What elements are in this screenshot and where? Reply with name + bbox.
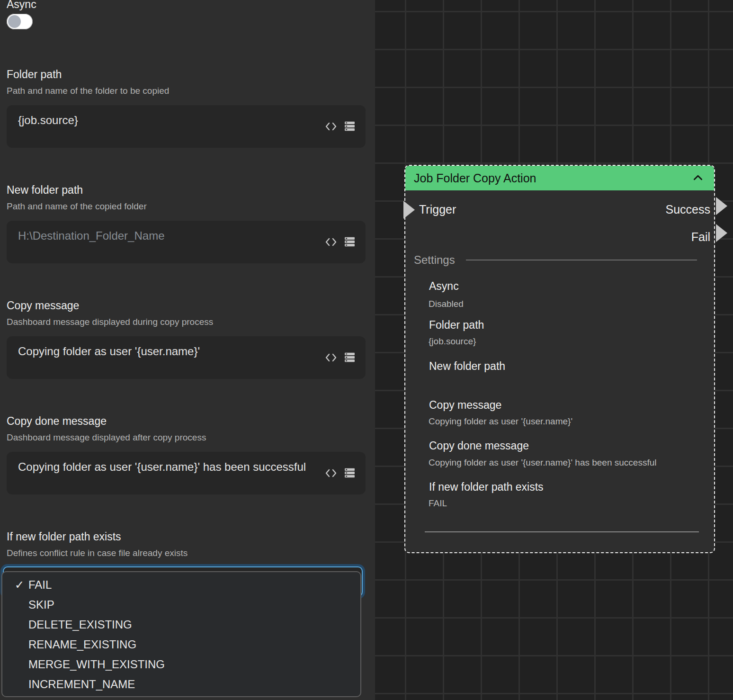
node-setting-folder-path-label: Folder path bbox=[429, 319, 484, 332]
copy-done-message-description: Dashboard message displayed after copy p… bbox=[7, 432, 206, 443]
dropdown-option-merge-with-existing[interactable]: MERGE_WITH_EXISTING bbox=[2, 655, 360, 674]
folder-path-description: Path and name of the folder to be copied bbox=[7, 86, 169, 96]
new-folder-path-label: New folder path bbox=[7, 184, 83, 197]
folder-path-value: {job.source} bbox=[18, 112, 313, 128]
fail-port-arrow-icon[interactable] bbox=[716, 224, 727, 242]
dropdown-option-skip[interactable]: SKIP bbox=[2, 595, 360, 615]
node-title: Job Folder Copy Action bbox=[414, 171, 693, 185]
copy-message-value: Copying folder as user '{user.name}' bbox=[18, 343, 313, 359]
toggle-knob bbox=[8, 15, 21, 28]
copy-message-input[interactable]: Copying folder as user '{user.name}' bbox=[7, 336, 366, 379]
folder-path-input[interactable]: {job.source} bbox=[7, 105, 366, 148]
node-setting-folder-path-value: {job.source} bbox=[429, 336, 694, 347]
node-header[interactable]: Job Folder Copy Action bbox=[405, 166, 714, 190]
new-folder-path-placeholder: H:\Destination_Folder_Name bbox=[18, 228, 313, 243]
conflict-dropdown: ✓ FAIL SKIP DELETE_EXISTING RENAME_EXIST… bbox=[1, 571, 361, 697]
conflict-rule-label: If new folder path exists bbox=[7, 530, 121, 543]
node-setting-copy-done-message-label: Copy done message bbox=[429, 440, 529, 452]
dropdown-option-delete-existing[interactable]: DELETE_EXISTING bbox=[2, 615, 360, 635]
list-rows-icon[interactable] bbox=[344, 236, 355, 247]
trigger-port-arrow-icon[interactable] bbox=[403, 201, 415, 219]
folder-path-label: Folder path bbox=[7, 68, 62, 81]
dropdown-option-increment-name[interactable]: INCREMENT_NAME bbox=[2, 674, 360, 694]
async-toggle[interactable] bbox=[7, 14, 33, 29]
new-folder-path-description: Path and name of the copied folder bbox=[7, 201, 147, 212]
dropdown-option-fail[interactable]: ✓ FAIL bbox=[2, 575, 360, 595]
copy-done-message-input[interactable]: Copying folder as user '{user.name}' has… bbox=[7, 452, 366, 494]
settings-panel: Async Folder path Path and name of the f… bbox=[0, 0, 375, 700]
success-port-arrow-icon[interactable] bbox=[716, 197, 727, 215]
async-label: Async bbox=[7, 0, 36, 11]
fail-port-label: Fail bbox=[691, 230, 710, 244]
node-setting-copy-message-value: Copying folder as user '{user.name}' bbox=[429, 416, 694, 427]
node-setting-conflict-label: If new folder path exists bbox=[429, 481, 544, 494]
conflict-rule-description: Defines conflict rule in case file alrea… bbox=[7, 548, 188, 558]
workflow-canvas[interactable]: Job Folder Copy Action Trigger Success F… bbox=[375, 0, 733, 700]
list-rows-icon[interactable] bbox=[344, 121, 355, 132]
node-card[interactable]: Job Folder Copy Action Trigger Success F… bbox=[404, 165, 715, 553]
node-setting-new-folder-path-label: New folder path bbox=[429, 360, 505, 373]
code-icon[interactable] bbox=[325, 237, 337, 247]
node-setting-async-value: Disabled bbox=[429, 299, 694, 309]
check-icon: ✓ bbox=[15, 575, 24, 595]
node-settings-section-label: Settings bbox=[414, 253, 455, 267]
list-rows-icon[interactable] bbox=[344, 352, 355, 363]
dropdown-option-rename-existing[interactable]: RENAME_EXISTING bbox=[2, 635, 360, 655]
new-folder-path-input[interactable]: H:\Destination_Folder_Name bbox=[7, 221, 366, 263]
copy-done-message-label: Copy done message bbox=[7, 415, 107, 428]
node-setting-async-label: Async bbox=[429, 280, 459, 293]
code-icon[interactable] bbox=[325, 122, 337, 131]
list-rows-icon[interactable] bbox=[344, 467, 355, 478]
copy-message-label: Copy message bbox=[7, 299, 79, 312]
settings-divider bbox=[466, 260, 697, 260]
chevron-up-icon[interactable] bbox=[693, 174, 703, 182]
copy-message-description: Dashboard message displayed during copy … bbox=[7, 317, 213, 327]
node-bottom-divider bbox=[425, 531, 699, 532]
code-icon[interactable] bbox=[325, 468, 337, 478]
code-icon[interactable] bbox=[325, 353, 337, 362]
trigger-port-label: Trigger bbox=[419, 203, 456, 216]
node-setting-conflict-value: FAIL bbox=[429, 498, 694, 509]
success-port-label: Success bbox=[666, 203, 710, 216]
node-setting-copy-done-message-value: Copying folder as user '{user.name}' has… bbox=[429, 458, 694, 468]
node-setting-copy-message-label: Copy message bbox=[429, 399, 501, 412]
copy-done-message-value: Copying folder as user '{user.name}' has… bbox=[18, 459, 313, 475]
